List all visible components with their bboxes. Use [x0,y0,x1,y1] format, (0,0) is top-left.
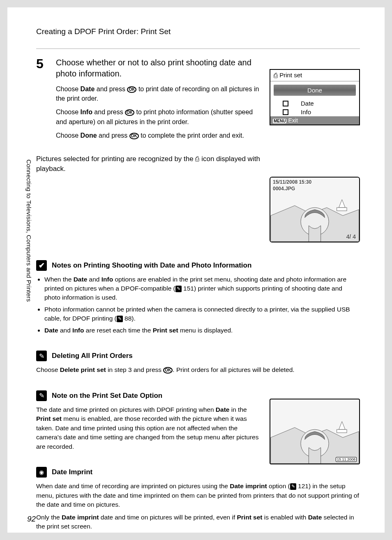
menu-done: Done [274,85,356,96]
svg-rect-4 [337,429,347,433]
divider [36,48,360,49]
ok-icon: OK [129,133,139,139]
step-number: 5 [36,57,48,70]
note-item: When the Date and Info options are enabl… [44,275,360,302]
section-label: Connecting to Televisions, Computers and… [25,159,32,302]
playback-note: Pictures selected for printing are recog… [36,154,360,174]
notes-delete-orders: ✎ Deleting All Print Orders Choose Delet… [36,351,360,374]
print-icon: ⎙ [195,155,199,164]
note-para: When date and time of recording are impr… [36,482,360,509]
playback-overlay: 15/11/2008 15:30 0004.JPG [273,179,311,192]
svg-rect-1 [337,208,347,211]
manual-page: Creating a DPOF Print Order: Print Set C… [7,7,385,533]
print-set-menu-screenshot: ⎙ Print set Done Date Info MENUExit [270,69,360,125]
page-number: 92 [27,515,36,524]
note-heading: Notes on Printing Shooting with Date and… [52,261,251,270]
imprint-date-label: 15.11.2008 [336,457,357,462]
menu-date-row: Date [270,99,359,108]
note-heading: Deleting All Print Orders [52,352,133,360]
note-icon: ✎ [36,390,47,401]
menu-info-row: Info [270,108,359,116]
ok-icon: OK [125,109,134,116]
print-icon: ⎙ [274,72,278,79]
caution-icon: ✔ [36,260,47,271]
menu-title: ⎙ Print set [270,70,359,81]
playback-screenshot: 15/11/2008 15:30 0004.JPG 4/ 4 [270,177,360,242]
page-ref-icon: ✎ [117,316,123,322]
date-imprint-screenshot: 15.11.2008 [270,399,360,464]
note-heading: Date Imprint [52,468,92,476]
menu-info-label: Info [301,108,311,115]
note-icon: ✎ [36,351,47,361]
checkbox-icon [283,101,288,106]
page-ref-icon: ✎ [290,483,296,490]
note-heading: Note on the Print Set Date Option [52,392,162,400]
menu-footer: MENUExit [270,116,359,125]
step-para-done: Choose Done and press OK to complete the… [56,131,360,140]
menu-date-label: Date [301,100,314,107]
note-item: Date and Info are reset each time the Pr… [44,326,360,335]
tip-icon: ◉ [36,467,47,478]
checkbox-icon [283,109,288,115]
notes-shooting-info: ✔ Notes on Printing Shooting with Date a… [36,260,360,335]
page-ref-icon: ✎ [175,286,182,292]
ok-icon: OK [163,367,173,374]
menu-badge: MENU [273,119,286,123]
note-para: Choose Delete print set in step 3 and pr… [36,365,360,374]
note-para: Only the Date imprint date and time on p… [36,513,360,531]
note-item: Photo information cannot be printed when… [44,305,360,323]
notes-date-imprint: ◉ Date Imprint When date and time of rec… [36,467,360,531]
ok-icon: OK [127,86,136,93]
page-header: Creating a DPOF Print Order: Print Set [36,27,360,36]
playback-counter: 4/ 4 [346,233,356,240]
